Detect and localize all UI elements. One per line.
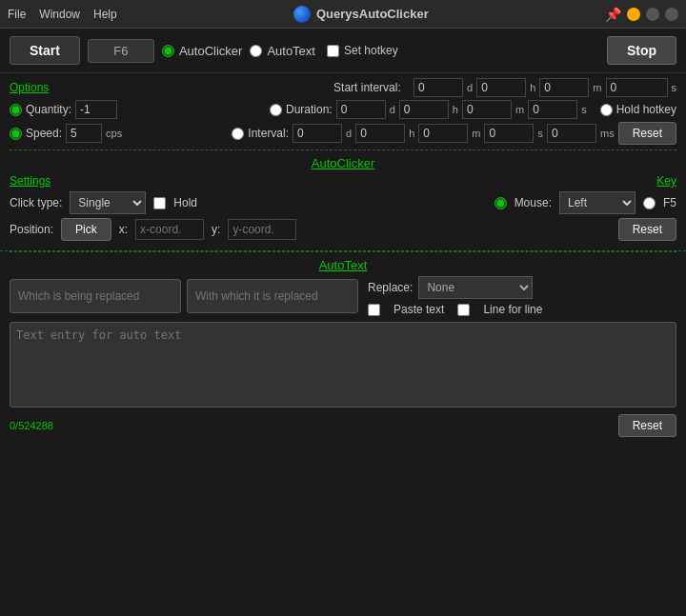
autotext-radio-group: AutoText xyxy=(250,44,315,58)
int-ms-unit: ms xyxy=(600,128,615,139)
hold-hotkey-group: Hold hotkey xyxy=(600,103,676,116)
y-label: y: xyxy=(212,223,220,236)
paste-text-checkbox[interactable] xyxy=(368,304,380,316)
autotext-section-title: AutoText xyxy=(10,252,676,276)
interval-d[interactable] xyxy=(293,124,342,143)
mouse-select[interactable]: Left Right Middle xyxy=(559,191,636,214)
set-hotkey-checkbox[interactable] xyxy=(327,45,339,57)
quantity-label[interactable]: Quantity: xyxy=(26,103,71,116)
quantity-radio[interactable] xyxy=(10,104,22,116)
hold-label[interactable]: Hold xyxy=(173,196,197,209)
hold-checkbox[interactable] xyxy=(153,197,166,209)
autotext-textarea[interactable] xyxy=(10,322,676,407)
int-h-unit: h xyxy=(409,128,414,139)
line-for-line-checkbox[interactable] xyxy=(457,304,470,316)
settings-key-row: Settings Key xyxy=(10,174,676,188)
interval-m[interactable] xyxy=(418,124,468,143)
menu-window[interactable]: Window xyxy=(39,8,80,21)
duration-radio[interactable] xyxy=(270,104,282,116)
interval-label[interactable]: Interval: xyxy=(248,127,289,140)
click-type-label: Click type: xyxy=(10,196,62,209)
speed-label[interactable]: Speed: xyxy=(26,127,62,140)
menu-bar[interactable]: File Window Help xyxy=(8,8,117,21)
f5-radio[interactable] xyxy=(643,197,656,209)
f5-label[interactable]: F5 xyxy=(663,196,676,209)
start-interval-d[interactable] xyxy=(414,78,463,97)
menu-file[interactable]: File xyxy=(8,8,26,21)
speed-input[interactable] xyxy=(66,124,102,143)
start-m-unit: m xyxy=(593,82,601,93)
options-reset-button[interactable]: Reset xyxy=(618,122,676,145)
autotext-section: AutoText Replace: None All First Last Pa… xyxy=(0,252,686,443)
start-interval-s[interactable] xyxy=(606,78,668,97)
x-coord-input[interactable] xyxy=(135,219,204,240)
options-link[interactable]: Options xyxy=(10,81,49,94)
options-row1: Options Start interval: d h m s xyxy=(10,78,676,97)
autoclicker-label[interactable]: AutoClicker xyxy=(179,44,242,58)
start-button[interactable]: Start xyxy=(10,36,80,65)
mouse-label[interactable]: Mouse: xyxy=(514,196,552,209)
y-coord-input[interactable] xyxy=(228,219,296,240)
mouse-radio[interactable] xyxy=(494,197,507,209)
pin-icon[interactable]: 📌 xyxy=(605,7,621,22)
stop-button[interactable]: Stop xyxy=(607,36,676,65)
autoclicker-radio-group: AutoClicker xyxy=(162,44,242,58)
start-d-unit: d xyxy=(467,82,473,93)
autoclicker-section: AutoClicker Settings Key Click type: Sin… xyxy=(0,150,686,251)
position-label: Position: xyxy=(10,223,53,236)
with-input[interactable] xyxy=(187,279,358,313)
paste-text-label[interactable]: Paste text xyxy=(393,303,444,316)
interval-radio[interactable] xyxy=(232,128,244,140)
duration-m[interactable] xyxy=(462,100,512,119)
set-hotkey-group: Set hotkey xyxy=(327,44,398,57)
autotext-label[interactable]: AutoText xyxy=(267,44,315,58)
autotext-radio[interactable] xyxy=(250,45,262,57)
menu-help[interactable]: Help xyxy=(93,8,117,21)
duration-label[interactable]: Duration: xyxy=(286,103,333,116)
start-h-unit: h xyxy=(530,82,535,93)
window-controls[interactable]: 📌 xyxy=(605,7,678,22)
pick-button[interactable]: Pick xyxy=(61,218,111,241)
replace-row: Replace: None All First Last xyxy=(368,276,542,299)
replace-group: Replace: None All First Last Paste text … xyxy=(368,276,542,316)
toolbar: Start F6 AutoClicker AutoText Set hotkey… xyxy=(0,29,686,73)
replace-select[interactable]: None All First Last xyxy=(418,276,533,299)
click-type-row: Click type: Single Double Triple Hold Mo… xyxy=(10,191,676,214)
duration-d[interactable] xyxy=(336,100,386,119)
key-link[interactable]: Key xyxy=(656,174,676,188)
autoclicker-radio[interactable] xyxy=(162,45,174,57)
app-icon xyxy=(293,6,311,23)
dur-m-unit: m xyxy=(515,104,524,115)
duration-s[interactable] xyxy=(528,100,577,119)
counter-reset-row: 0/524288 Reset xyxy=(10,414,676,437)
paste-row: Paste text Line for line xyxy=(368,303,542,316)
duration-h[interactable] xyxy=(399,100,449,119)
maximize-button[interactable] xyxy=(646,8,659,21)
quantity-input[interactable] xyxy=(75,100,117,119)
speed-radio[interactable] xyxy=(10,128,22,140)
close-button[interactable] xyxy=(665,8,678,21)
autotext-reset-button[interactable]: Reset xyxy=(618,414,676,437)
int-m-unit: m xyxy=(472,128,480,139)
int-d-unit: d xyxy=(346,128,352,139)
line-for-line-label[interactable]: Line for line xyxy=(483,303,542,316)
settings-link[interactable]: Settings xyxy=(10,174,50,188)
start-interval-m[interactable] xyxy=(539,78,589,97)
interval-ms[interactable] xyxy=(547,124,596,143)
interval-s[interactable] xyxy=(484,124,534,143)
interval-h[interactable] xyxy=(355,124,405,143)
replace-label: Replace: xyxy=(368,281,413,294)
hold-hotkey-radio[interactable] xyxy=(600,104,613,116)
key-right-group: Mouse: Left Right Middle F5 xyxy=(494,191,676,214)
set-hotkey-label[interactable]: Set hotkey xyxy=(344,44,398,57)
hold-hotkey-label[interactable]: Hold hotkey xyxy=(616,103,676,116)
dur-h-unit: h xyxy=(453,104,458,115)
autoclicker-reset-button[interactable]: Reset xyxy=(618,218,676,241)
which-input[interactable] xyxy=(10,279,181,313)
start-interval-h[interactable] xyxy=(476,78,526,97)
minimize-button[interactable] xyxy=(627,8,640,21)
autoclicker-section-title: AutoClicker xyxy=(10,150,676,174)
click-type-select[interactable]: Single Double Triple xyxy=(70,191,146,214)
start-interval-label: Start interval: xyxy=(333,81,410,94)
app-title-group: QuerysAutoClicker xyxy=(293,6,429,23)
